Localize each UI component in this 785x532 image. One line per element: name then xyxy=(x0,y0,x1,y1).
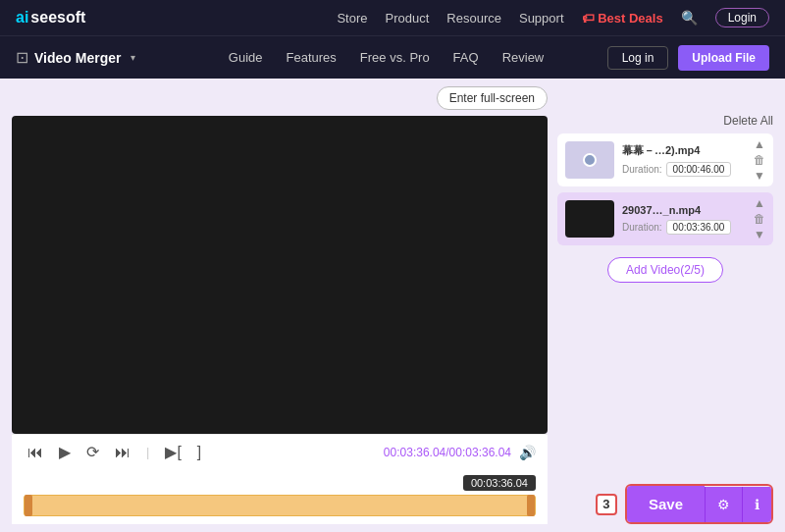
review-link[interactable]: Review xyxy=(502,50,545,65)
video-name-2: 29037…_n.mp4 xyxy=(622,204,765,216)
duration-row-2: Duration: 00:03:36.00 xyxy=(622,220,765,235)
app-icon-area: ⊡ Video Merger ▾ xyxy=(16,48,135,67)
video-card-1: 幕幕－…2).mp4 Duration: 00:00:46.00 ▲ 🗑 ▼ xyxy=(557,133,773,186)
login-button-top[interactable]: Login xyxy=(715,8,769,27)
card-delete-button-1[interactable]: 🗑 xyxy=(752,153,767,167)
store-link[interactable]: Store xyxy=(337,11,367,26)
timeline-handle-left[interactable] xyxy=(25,495,32,516)
loop-button[interactable]: ⟳ xyxy=(82,441,103,463)
upload-file-button[interactable]: Upload File xyxy=(678,45,769,71)
play-button[interactable]: ▶ xyxy=(55,441,75,463)
timeline-handle-right[interactable] xyxy=(527,495,535,516)
skip-forward-button[interactable]: ⏭ xyxy=(111,442,134,463)
card-actions-2: ▲ 🗑 ▼ xyxy=(752,196,767,241)
save-button[interactable]: Save xyxy=(627,486,705,522)
video-thumb-2 xyxy=(565,200,614,238)
product-link[interactable]: Product xyxy=(386,11,430,26)
controls-bar: ⏮ ▶ ⟳ ⏭ | ▶[ ] 00:03:36.04/00:03:36.04 🔊 xyxy=(12,434,548,469)
save-row: 3 Save ⚙ ℹ xyxy=(557,476,773,524)
step-badge: 3 xyxy=(596,494,617,515)
nav-actions: Log in Upload File xyxy=(607,45,769,71)
app-title: Video Merger xyxy=(34,50,121,66)
video-preview-area xyxy=(12,116,548,434)
card-down-button-1[interactable]: ▼ xyxy=(752,169,767,183)
logo: aiseesoft xyxy=(16,9,85,27)
add-video-button[interactable]: Add Video(2/5) xyxy=(607,257,723,283)
duration-label-1: Duration: xyxy=(622,164,662,175)
clip-end-button[interactable]: ] xyxy=(193,442,205,463)
top-navigation: aiseesoft Store Product Resource Support… xyxy=(0,0,785,35)
faq-link[interactable]: FAQ xyxy=(453,50,479,65)
clip-start-button[interactable]: ▶[ xyxy=(161,441,184,463)
logo-ai: ai xyxy=(16,9,28,27)
second-navigation: ⊡ Video Merger ▾ Guide Features Free vs.… xyxy=(0,35,785,79)
separator: | xyxy=(146,445,149,459)
save-info-button[interactable]: ℹ xyxy=(742,487,771,522)
fullscreen-row: Enter full-screen xyxy=(12,86,548,110)
video-card-2: 29037…_n.mp4 Duration: 00:03:36.00 ▲ 🗑 ▼ xyxy=(557,192,773,245)
delete-all-button[interactable]: Delete All xyxy=(723,114,773,128)
delete-all-row: Delete All xyxy=(557,114,773,128)
duration-label-2: Duration: xyxy=(622,222,662,233)
card-down-button-2[interactable]: ▼ xyxy=(752,228,767,241)
time-display: 00:03:36.04/00:03:36.04 xyxy=(384,446,511,459)
logo-rest: seesoft xyxy=(30,9,85,27)
video-info-2: 29037…_n.mp4 Duration: 00:03:36.00 xyxy=(622,204,765,235)
login-button-nav[interactable]: Log in xyxy=(607,46,669,70)
card-actions-1: ▲ 🗑 ▼ xyxy=(752,137,767,183)
add-video-row: Add Video(2/5) xyxy=(557,257,773,283)
save-settings-button[interactable]: ⚙ xyxy=(705,487,742,522)
video-thumb-1 xyxy=(565,141,614,179)
thumb-dot-1 xyxy=(583,153,597,167)
duration-value-1: 00:00:46.00 xyxy=(666,162,732,177)
free-vs-pro-link[interactable]: Free vs. Pro xyxy=(360,50,430,65)
resource-link[interactable]: Resource xyxy=(446,11,501,26)
top-nav-links: Store Product Resource Support 🏷 Best De… xyxy=(337,8,769,27)
timeline-track[interactable] xyxy=(24,495,536,516)
volume-icon[interactable]: 🔊 xyxy=(519,445,536,460)
duration-row-1: Duration: 00:00:46.00 xyxy=(622,162,765,177)
timeline-area: 00:03:36.04 xyxy=(12,469,548,524)
best-deals-link[interactable]: 🏷 Best Deals xyxy=(582,11,663,26)
main-area: Enter full-screen ⏮ ▶ ⟳ ⏭ | ▶[ ] 00:03:3… xyxy=(0,79,785,532)
search-icon[interactable]: 🔍 xyxy=(681,10,698,26)
grid-icon: ⊡ xyxy=(16,48,28,67)
video-name-1: 幕幕－…2).mp4 xyxy=(622,143,765,158)
chevron-down-icon[interactable]: ▾ xyxy=(131,52,135,63)
card-up-button-1[interactable]: ▲ xyxy=(752,137,767,151)
card-up-button-2[interactable]: ▲ xyxy=(752,196,767,210)
left-panel: Enter full-screen ⏮ ▶ ⟳ ⏭ | ▶[ ] 00:03:3… xyxy=(12,86,548,524)
skip-back-button[interactable]: ⏮ xyxy=(24,442,47,463)
time-badge: 00:03:36.04 xyxy=(463,475,536,491)
card-delete-button-2[interactable]: 🗑 xyxy=(752,212,767,226)
video-info-1: 幕幕－…2).mp4 Duration: 00:00:46.00 xyxy=(622,143,765,177)
support-link[interactable]: Support xyxy=(519,11,564,26)
duration-value-2: 00:03:36.00 xyxy=(666,220,732,235)
features-link[interactable]: Features xyxy=(287,50,337,65)
fullscreen-button[interactable]: Enter full-screen xyxy=(437,86,548,110)
save-actions: Save ⚙ ℹ xyxy=(625,484,773,524)
right-panel: Delete All 幕幕－…2).mp4 Duration: 00:00:46… xyxy=(557,86,773,524)
guide-link[interactable]: Guide xyxy=(229,50,263,65)
second-nav-links: Guide Features Free vs. Pro FAQ Review xyxy=(165,50,606,65)
